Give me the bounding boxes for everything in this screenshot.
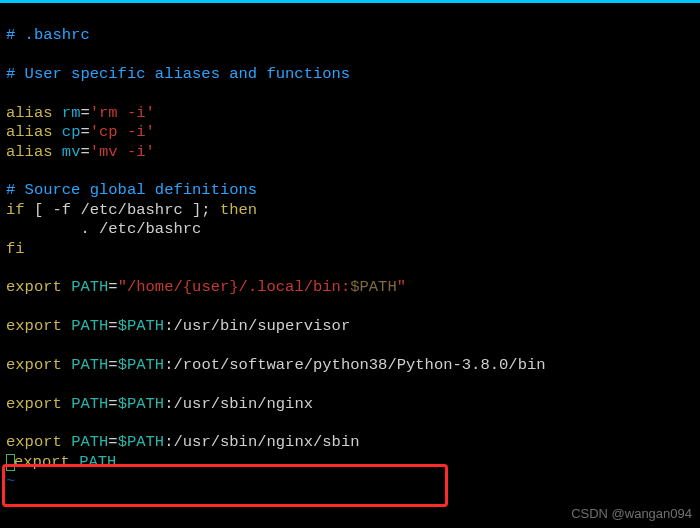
if-body: . /etc/bashrc: [6, 220, 201, 238]
quote: ": [397, 278, 406, 296]
path-literal: /home/{user}/.local/bin:: [127, 278, 350, 296]
then-keyword: then: [220, 201, 257, 219]
export-keyword: export: [6, 278, 62, 296]
alias-value-cp: 'cp -i': [90, 123, 155, 141]
export-keyword: export: [14, 453, 70, 471]
equals: =: [108, 395, 117, 413]
equals: =: [80, 104, 89, 122]
if-condition: [ -f /etc/bashrc ];: [25, 201, 220, 219]
comment-file-header: # .bashrc: [6, 26, 90, 44]
equals: =: [108, 278, 117, 296]
alias-name-cp: cp: [62, 123, 81, 141]
path-dollar: $PATH: [118, 317, 165, 335]
code-editor: # .bashrc # User specific aliases and fu…: [0, 3, 700, 497]
equals: =: [108, 433, 117, 451]
path-var: PATH: [71, 317, 108, 335]
if-keyword: if: [6, 201, 25, 219]
vim-empty-line: ~: [6, 472, 15, 490]
equals: =: [108, 356, 117, 374]
export-keyword: export: [6, 356, 62, 374]
alias-keyword: alias: [6, 123, 53, 141]
path-tail: :/root/software/python38/Python-3.8.0/bi…: [164, 356, 545, 374]
equals: =: [80, 123, 89, 141]
path-tail: :/usr/bin/supervisor: [164, 317, 350, 335]
comment-source-section: # Source global definitions: [6, 181, 257, 199]
alias-value-rm: 'rm -i': [90, 104, 155, 122]
alias-name-rm: rm: [62, 104, 81, 122]
alias-value-mv: 'mv -i': [90, 143, 155, 161]
alias-keyword: alias: [6, 143, 53, 161]
path-var: PATH: [71, 356, 108, 374]
path-dollar: $PATH: [118, 395, 165, 413]
quote: ": [118, 278, 127, 296]
path-var: PATH: [71, 433, 108, 451]
export-keyword: export: [6, 317, 62, 335]
alias-name-mv: mv: [62, 143, 81, 161]
path-dollar: $PATH: [118, 356, 165, 374]
export-keyword: export: [6, 433, 62, 451]
equals: =: [80, 143, 89, 161]
path-tail: :/usr/sbin/nginx: [164, 395, 313, 413]
path-var: PATH: [71, 395, 108, 413]
watermark: CSDN @wangan094: [571, 506, 692, 522]
path-var: PATH: [79, 453, 116, 471]
fi-keyword: fi: [6, 240, 25, 258]
export-keyword: export: [6, 395, 62, 413]
path-interp: $PATH: [350, 278, 397, 296]
alias-keyword: alias: [6, 104, 53, 122]
comment-user-section: # User specific aliases and functions: [6, 65, 350, 83]
path-var: PATH: [71, 278, 108, 296]
path-tail: :/usr/sbin/nginx/sbin: [164, 433, 359, 451]
path-dollar: $PATH: [118, 433, 165, 451]
equals: =: [108, 317, 117, 335]
